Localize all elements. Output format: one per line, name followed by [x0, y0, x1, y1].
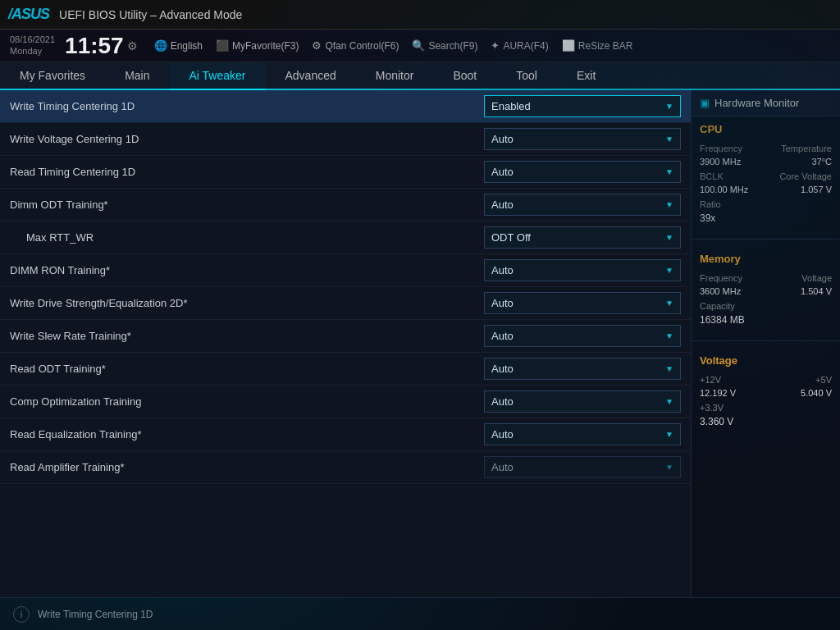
- v12-label: +12V: [700, 375, 721, 385]
- dropdown-read-amp[interactable]: Auto ▼: [484, 456, 681, 478]
- cpu-ratio-value: 39x: [700, 212, 832, 224]
- mem-cap-value: 16384 MB: [700, 314, 832, 326]
- setting-label: Write Slew Rate Training*: [10, 330, 484, 342]
- cpu-temp-value: 37°C: [811, 157, 832, 167]
- dropdown-dimm-odt[interactable]: Auto ▼: [484, 194, 681, 216]
- cpu-freq-label: Frequency: [700, 144, 742, 153]
- setting-row-read-odt[interactable]: Read ODT Training* Auto ▼: [0, 353, 691, 386]
- cpu-section: CPU Frequency Temperature 3900 MHz 37°C …: [692, 116, 840, 235]
- dropdown-arrow: ▼: [665, 233, 673, 242]
- language-action[interactable]: 🌐 English: [154, 39, 203, 52]
- voltage-section: Voltage +12V +5V 12.192 V 5.040 V +3.3V …: [692, 348, 840, 439]
- dropdown-write-drive[interactable]: Auto ▼: [484, 292, 681, 314]
- v33-label: +3.3V: [700, 403, 724, 413]
- search-action[interactable]: 🔍 Search(F9): [412, 39, 477, 52]
- hw-monitor-header: ▣ Hardware Monitor: [692, 90, 840, 116]
- dropdown-arrow: ▼: [665, 299, 673, 308]
- setting-label: Max RTT_WR: [10, 231, 484, 244]
- dropdown-arrow: ▼: [665, 430, 673, 439]
- setting-row-comp-opt[interactable]: Comp Optimization Training Auto ▼: [0, 386, 691, 418]
- dropdown-dimm-ron[interactable]: Auto ▼: [484, 259, 681, 281]
- fan-icon: ⚙: [312, 39, 322, 52]
- setting-label: Read Timing Centering 1D: [10, 166, 484, 178]
- setting-label: Write Timing Centering 1D: [10, 100, 484, 112]
- setting-row-dimm-ron[interactable]: DIMM RON Training* Auto ▼: [0, 254, 691, 287]
- info-bar: i Write Timing Centering 1D: [0, 597, 840, 630]
- cpu-freq-row: Frequency Temperature: [700, 144, 832, 153]
- setting-row-dimm-odt[interactable]: Dimm ODT Training* Auto ▼: [0, 189, 691, 221]
- dropdown-read-odt[interactable]: Auto ▼: [484, 358, 681, 380]
- bios-title: UEFI BIOS Utility – Advanced Mode: [59, 8, 242, 21]
- mem-cap-label: Capacity: [700, 301, 735, 311]
- setting-control: Auto ▼: [484, 259, 681, 281]
- memory-section: Memory Frequency Voltage 3600 MHz 1.504 …: [692, 246, 840, 337]
- cpu-temp-label: Temperature: [781, 144, 832, 153]
- setting-row-max-rtt-wr[interactable]: Max RTT_WR ODT Off ▼: [0, 221, 691, 254]
- setting-control: Auto ▼: [484, 456, 681, 478]
- dropdown-read-timing-1d[interactable]: Auto ▼: [484, 161, 681, 183]
- dropdown-read-eq[interactable]: Auto ▼: [484, 423, 681, 445]
- qfan-action[interactable]: ⚙ Qfan Control(F6): [312, 39, 399, 52]
- memory-divider: [692, 340, 840, 341]
- v33-value: 3.360 V: [700, 416, 832, 427]
- setting-row-read-timing-1d[interactable]: Read Timing Centering 1D Auto ▼: [0, 156, 691, 189]
- date-display: 08/16/2021 Monday: [10, 34, 55, 56]
- setting-control: ODT Off ▼: [484, 226, 681, 249]
- cpu-ratio-row: Ratio: [700, 199, 832, 209]
- topbar-actions: 🌐 English ⬛ MyFavorite(F3) ⚙ Qfan Contro…: [154, 39, 633, 52]
- dropdown-arrow: ▼: [665, 463, 673, 472]
- cpu-cv-value: 1.057 V: [801, 185, 832, 194]
- cpu-cv-label: Core Voltage: [779, 171, 832, 181]
- setting-label: Write Drive Strength/Equalization 2D*: [10, 297, 484, 309]
- setting-row-write-slew[interactable]: Write Slew Rate Training* Auto ▼: [0, 320, 691, 353]
- dropdown-arrow: ▼: [665, 102, 673, 111]
- setting-row-write-voltage-1d[interactable]: Write Voltage Centering 1D Auto ▼: [0, 123, 691, 156]
- setting-control: Auto ▼: [484, 292, 681, 314]
- cpu-bclk-value: 100.00 MHz: [700, 185, 748, 194]
- dropdown-arrow: ▼: [665, 397, 673, 406]
- tab-main[interactable]: Main: [105, 62, 169, 89]
- dropdown-write-voltage-1d[interactable]: Auto ▼: [484, 128, 681, 150]
- setting-label: DIMM RON Training*: [10, 264, 484, 276]
- mem-freq-row: Frequency Voltage: [700, 273, 832, 283]
- tab-my-favorites[interactable]: My Favorites: [0, 62, 105, 89]
- settings-icon[interactable]: ⚙: [127, 39, 138, 52]
- tab-boot[interactable]: Boot: [433, 62, 496, 89]
- setting-row-write-timing-1d[interactable]: Write Timing Centering 1D Enabled ▼: [0, 90, 691, 123]
- setting-row-write-drive[interactable]: Write Drive Strength/Equalization 2D* Au…: [0, 287, 691, 320]
- aura-action[interactable]: ✦ AURA(F4): [491, 39, 548, 52]
- setting-label: Read ODT Training*: [10, 363, 484, 375]
- dropdown-comp-opt[interactable]: Auto ▼: [484, 390, 681, 413]
- cpu-bclk-val-row: 100.00 MHz 1.057 V: [700, 185, 832, 194]
- dropdown-write-slew[interactable]: Auto ▼: [484, 325, 681, 347]
- v5-value: 5.040 V: [801, 388, 832, 398]
- setting-control: Auto ▼: [484, 161, 681, 183]
- resize-icon: ⬜: [562, 39, 575, 52]
- dropdown-arrow: ▼: [665, 266, 673, 275]
- setting-control: Auto ▼: [484, 325, 681, 347]
- setting-row-read-eq[interactable]: Read Equalization Training* Auto ▼: [0, 418, 691, 451]
- dropdown-max-rtt-wr[interactable]: ODT Off ▼: [484, 226, 681, 249]
- resize-action[interactable]: ⬜ ReSize BAR: [562, 39, 633, 52]
- mem-freq-val-row: 3600 MHz 1.504 V: [700, 286, 832, 296]
- tab-ai-tweaker[interactable]: Ai Tweaker: [169, 62, 265, 90]
- tab-tool[interactable]: Tool: [496, 62, 557, 89]
- setting-row-read-amp[interactable]: Read Amplifier Training* Auto ▼: [0, 451, 691, 484]
- settings-scroll[interactable]: Write Timing Centering 1D Enabled ▼ Writ…: [0, 90, 691, 597]
- tab-exit[interactable]: Exit: [557, 62, 615, 89]
- cpu-divider: [692, 239, 840, 240]
- hw-monitor-title: Hardware Monitor: [714, 97, 799, 109]
- dropdown-arrow: ▼: [665, 331, 673, 340]
- setting-label: Comp Optimization Training: [10, 395, 484, 408]
- aura-icon: ✦: [491, 39, 500, 52]
- myfavorite-action[interactable]: ⬛ MyFavorite(F3): [216, 39, 299, 52]
- dropdown-write-timing-1d[interactable]: Enabled ▼: [484, 95, 681, 117]
- dropdown-arrow: ▼: [665, 364, 673, 373]
- time-bar: 08/16/2021 Monday 11:57 ⚙ 🌐 English ⬛ My…: [0, 30, 840, 62]
- setting-control: Auto ▼: [484, 128, 681, 150]
- bios-header: /ASUS UEFI BIOS Utility – Advanced Mode: [0, 0, 840, 30]
- setting-label: Write Voltage Centering 1D: [10, 133, 484, 145]
- setting-control: Auto ▼: [484, 423, 681, 445]
- tab-advanced[interactable]: Advanced: [265, 62, 355, 89]
- tab-monitor[interactable]: Monitor: [356, 62, 434, 89]
